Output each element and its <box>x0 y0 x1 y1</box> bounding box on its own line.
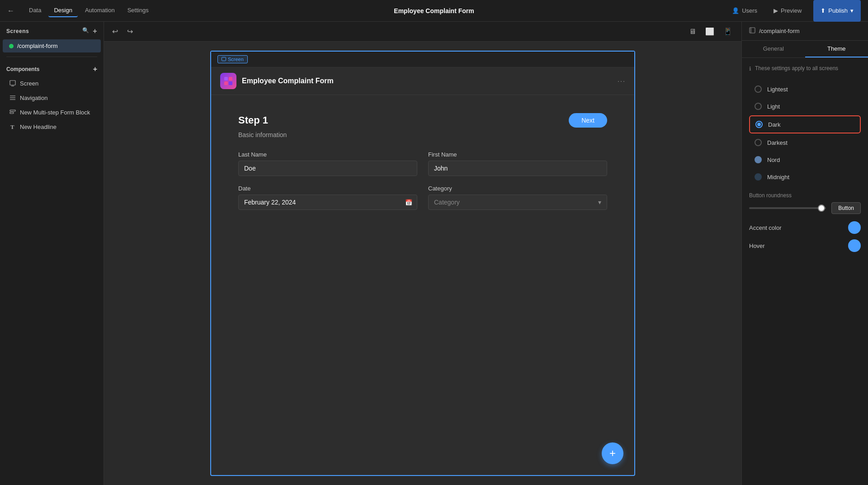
form-area: Step 1 Next Basic information Last Name … <box>211 95 634 237</box>
screen-header: Screen <box>211 52 634 67</box>
app-logo <box>220 73 236 89</box>
svg-rect-13 <box>750 28 755 33</box>
add-screen-icon[interactable]: + <box>93 27 97 35</box>
date-group: Date 📅 <box>238 185 417 210</box>
users-button[interactable]: 👤 Users <box>727 5 762 17</box>
svg-rect-5 <box>10 110 15 111</box>
panel-path: /complaint-form <box>759 28 800 34</box>
right-panel: /complaint-form General Theme ℹ These se… <box>741 22 868 485</box>
theme-label-darkest: Darkest <box>767 139 788 146</box>
navigation-icon <box>9 94 16 101</box>
accent-color-swatch[interactable] <box>848 221 861 234</box>
roundness-slider[interactable] <box>749 207 826 209</box>
search-icon[interactable]: 🔍 <box>82 27 90 35</box>
theme-label-light: Light <box>767 103 780 110</box>
theme-radio-darkest <box>755 139 762 146</box>
center-toolbar: ↩ ↪ 🖥 ⬜ 📱 <box>104 22 741 42</box>
headline-label: New Headline <box>20 124 57 130</box>
button-roundness-label: Button roundness <box>749 192 861 199</box>
category-group: Category Category ▾ <box>428 185 607 210</box>
theme-option-nord[interactable]: Nord <box>749 152 861 168</box>
components-label: Components <box>6 66 39 72</box>
tablet-view-button[interactable]: ⬜ <box>702 25 718 38</box>
theme-option-dark[interactable]: Dark <box>749 115 861 133</box>
fab-button[interactable]: + <box>602 442 623 464</box>
screen-item-label: /complaint-form <box>17 43 58 49</box>
top-nav-right: 👤 Users ▶ Preview ⬆ Publish ▾ <box>727 0 861 22</box>
panel-layout-icon <box>749 27 755 35</box>
headline-icon: T <box>9 123 16 130</box>
main-layout: Screens 🔍 + /complaint-form Components +… <box>0 22 868 485</box>
toolbar-right: 🖥 ⬜ 📱 <box>685 25 736 38</box>
canvas-area: ↩ ↪ 🖥 ⬜ 📱 Screen <box>104 22 741 485</box>
mobile-view-button[interactable]: 📱 <box>720 25 736 38</box>
undo-button[interactable]: ↩ <box>109 25 121 38</box>
theme-label-lightest: Lightest <box>767 86 788 93</box>
users-icon: 👤 <box>732 7 739 14</box>
sidebar-item-complaint-form[interactable]: /complaint-form <box>3 39 101 52</box>
hover-color-swatch[interactable] <box>848 239 861 252</box>
screen-frame: Screen Employee Complaint Form ⋯ <box>210 51 635 476</box>
settings-info: ℹ These settings apply to all screens <box>749 65 861 72</box>
tab-data[interactable]: Data <box>24 4 47 17</box>
date-label: Date <box>238 185 417 192</box>
svg-rect-11 <box>224 81 228 85</box>
left-sidebar: Screens 🔍 + /complaint-form Components +… <box>0 22 104 485</box>
theme-option-lightest[interactable]: Lightest <box>749 81 861 97</box>
tab-general[interactable]: General <box>742 41 805 57</box>
info-icon: ℹ <box>749 66 751 72</box>
screen-status-dot <box>9 44 14 48</box>
sidebar-item-form-block[interactable]: New Multi-step Form Block <box>3 105 101 119</box>
hover-color-label: Hover <box>749 242 765 249</box>
tab-automation[interactable]: Automation <box>80 4 120 17</box>
svg-text:T: T <box>10 124 14 130</box>
top-nav: ← Data Design Automation Settings Employ… <box>0 0 868 22</box>
sidebar-item-headline[interactable]: T New Headline <box>3 120 101 133</box>
theme-option-midnight[interactable]: Midnight <box>749 169 861 185</box>
app-header-title: Employee Complaint Form <box>242 77 334 85</box>
redo-button[interactable]: ↪ <box>124 25 136 38</box>
form-row-name: Last Name First Name <box>238 151 607 176</box>
first-name-input[interactable] <box>428 161 607 176</box>
tab-settings[interactable]: Settings <box>122 4 154 17</box>
theme-radio-lightest <box>755 86 762 93</box>
more-options-icon[interactable]: ⋯ <box>617 76 625 86</box>
theme-option-light[interactable]: Light <box>749 98 861 114</box>
screen-component-label: Screen <box>20 80 38 87</box>
last-name-label: Last Name <box>238 151 417 158</box>
add-component-icon[interactable]: + <box>93 65 97 73</box>
calendar-icon[interactable]: 📅 <box>401 199 417 206</box>
category-placeholder: Category <box>434 199 460 206</box>
screen-badge-label: Screen <box>228 57 244 62</box>
svg-rect-9 <box>224 77 228 81</box>
screen-icon <box>9 80 16 87</box>
sidebar-item-navigation[interactable]: Navigation <box>3 91 101 105</box>
theme-label-nord: Nord <box>767 157 780 163</box>
navigation-component-label: Navigation <box>20 95 47 101</box>
form-subtitle: Basic information <box>238 131 607 138</box>
tab-theme[interactable]: Theme <box>805 41 868 57</box>
next-button[interactable]: Next <box>569 113 607 128</box>
sidebar-item-screen[interactable]: Screen <box>3 76 101 90</box>
back-button[interactable]: ← <box>7 7 14 15</box>
desktop-view-button[interactable]: 🖥 <box>685 26 700 38</box>
canvas-scroll: Screen Employee Complaint Form ⋯ <box>104 42 741 485</box>
last-name-group: Last Name <box>238 151 417 176</box>
preview-button[interactable]: ▶ Preview <box>769 5 806 17</box>
right-panel-content: ℹ These settings apply to all screens Li… <box>742 58 868 485</box>
slider-thumb[interactable] <box>818 204 825 212</box>
tab-design[interactable]: Design <box>48 4 77 17</box>
publish-chevron-icon: ▾ <box>850 7 854 14</box>
button-preview: Button <box>831 202 861 214</box>
theme-radio-midnight <box>755 173 762 181</box>
last-name-input[interactable] <box>238 161 417 176</box>
publish-button[interactable]: ⬆ Publish ▾ <box>813 0 861 22</box>
theme-option-darkest[interactable]: Darkest <box>749 134 861 151</box>
date-input[interactable] <box>239 195 401 209</box>
category-label: Category <box>428 185 607 192</box>
accent-color-label: Accent color <box>749 224 782 231</box>
category-select[interactable]: Category ▾ <box>428 195 607 210</box>
settings-info-text: These settings apply to all screens <box>755 65 838 71</box>
sidebar-divider <box>6 57 97 57</box>
svg-rect-12 <box>229 81 232 85</box>
